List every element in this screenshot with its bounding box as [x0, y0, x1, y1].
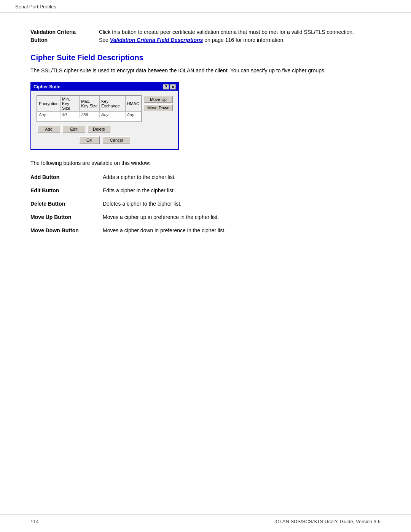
header-bar: Serial Port Profiles: [0, 0, 411, 13]
desc-text: Edits a cipher in the cipher list.: [103, 187, 381, 195]
desc-item: Add ButtonAdds a cipher to the cipher li…: [30, 173, 381, 181]
close-icon[interactable]: ✕: [170, 84, 176, 89]
add-edit-delete-row: Add Edit Delete: [37, 126, 173, 133]
move-up-button[interactable]: Move Up: [144, 96, 173, 103]
header-title: Serial Port Profiles: [15, 4, 56, 10]
cipher-suite-dialog: Cipher Suite ? ✕ Enc: [30, 82, 179, 150]
cipher-table: Encryption Min. Key Size Max. Key Size K…: [37, 96, 141, 118]
main-content: Validation Criteria Button Click this bu…: [0, 13, 411, 263]
desc-text: Moves a cipher down in preference in the…: [103, 227, 381, 235]
desc-item: Move Up ButtonMoves a cipher up in prefe…: [30, 213, 381, 221]
col-hmac: HMAC: [125, 96, 141, 112]
dialog-title: Cipher Suite: [33, 84, 61, 89]
help-icon[interactable]: ?: [163, 84, 169, 89]
page-container: Serial Port Profiles Validation Criteria…: [0, 0, 411, 532]
desc-item: Move Down ButtonMoves a cipher down in p…: [30, 227, 381, 235]
cell-encryption: Any: [37, 112, 61, 118]
cell-hmac: Any: [125, 112, 141, 118]
desc-label: Move Up Button: [30, 213, 103, 221]
desc-label: Delete Button: [30, 200, 103, 208]
ok-cancel-row: OK Cancel: [37, 136, 173, 145]
section-intro: The SSL/TLS cipher suite is used to encr…: [30, 67, 381, 75]
side-buttons: Move Up Move Down: [144, 95, 173, 122]
move-down-button[interactable]: Move Down: [144, 104, 173, 111]
desc-text: Adds a cipher to the cipher list.: [103, 173, 381, 181]
desc-label: Move Down Button: [30, 227, 103, 235]
dialog-titlebar: Cipher Suite ? ✕: [31, 83, 178, 91]
validation-criteria-section: Validation Criteria Button Click this bu…: [30, 28, 381, 44]
desc-label: Add Button: [30, 173, 103, 181]
dialog-wrapper: Cipher Suite ? ✕ Enc: [30, 82, 381, 150]
dialog-table-area: Encryption Min. Key Size Max. Key Size K…: [37, 95, 173, 122]
desc-text: Moves a cipher up in preference in the c…: [103, 213, 381, 221]
button-descriptions: Add ButtonAdds a cipher to the cipher li…: [30, 173, 381, 235]
cell-max-key: 256: [80, 112, 100, 118]
footer-title: IOLAN SDS/SCS/STS User's Guide, Version …: [274, 519, 381, 524]
validation-criteria-desc: Click this button to create peer certifi…: [99, 28, 381, 44]
footer: 114 IOLAN SDS/SCS/STS User's Guide, Vers…: [0, 514, 411, 524]
desc-text: Deletes a cipher to the cipher list.: [103, 200, 381, 208]
cipher-table-container: Encryption Min. Key Size Max. Key Size K…: [37, 95, 142, 122]
col-min-key: Min. Key Size: [60, 96, 79, 112]
page-number: 114: [30, 519, 39, 524]
validation-criteria-link[interactable]: Validation Criteria Field Descriptions: [110, 37, 203, 43]
validation-criteria-label: Validation Criteria Button: [30, 28, 99, 44]
desc-item: Delete ButtonDeletes a cipher to the cip…: [30, 200, 381, 208]
table-row: Any 40 256 Any Any: [37, 112, 141, 118]
col-encryption: Encryption: [37, 96, 61, 112]
titlebar-icons: ? ✕: [163, 84, 176, 89]
edit-button[interactable]: Edit: [62, 126, 85, 133]
cell-key-exchange: Any: [100, 112, 125, 118]
add-button[interactable]: Add: [37, 126, 60, 133]
cancel-button[interactable]: Cancel: [103, 136, 130, 144]
desc-item: Edit ButtonEdits a cipher in the cipher …: [30, 187, 381, 195]
dialog-body: Encryption Min. Key Size Max. Key Size K…: [31, 91, 178, 149]
section-heading: Cipher Suite Field Descriptions: [30, 53, 381, 62]
ok-button[interactable]: OK: [79, 136, 100, 144]
cell-min-key: 40: [60, 112, 79, 118]
following-text: The following buttons are available on t…: [30, 159, 381, 167]
col-max-key: Max. Key Size: [80, 96, 100, 112]
col-key-exchange: Key Exchange: [100, 96, 125, 112]
desc-label: Edit Button: [30, 187, 103, 195]
delete-button[interactable]: Delete: [88, 126, 110, 133]
